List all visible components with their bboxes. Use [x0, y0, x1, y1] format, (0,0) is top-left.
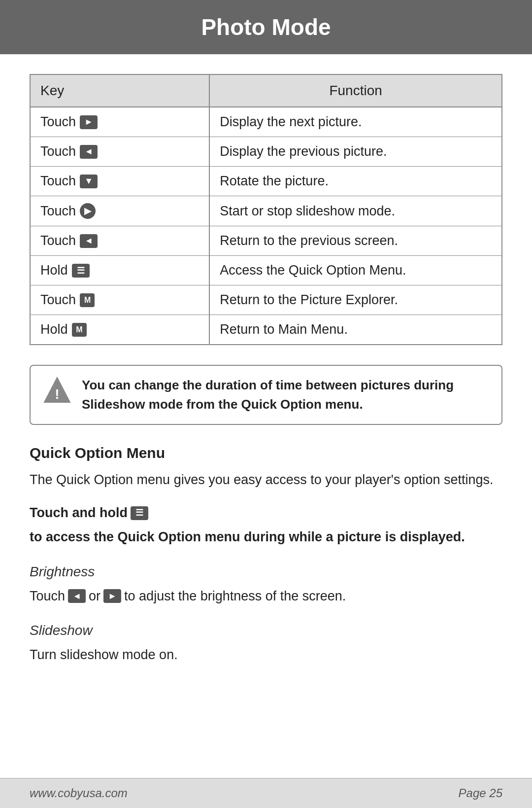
svg-text:!: !: [55, 386, 59, 402]
brightness-instruction: Touch ◄ or ► to adjust the brightness of…: [30, 586, 502, 607]
brightness-touch-label: Touch: [30, 586, 65, 607]
table-cell-key: Hold ☰: [31, 256, 209, 285]
slideshow-icon: ▶: [80, 203, 96, 219]
table-row: Touch M Return to the Picture Explorer.: [31, 285, 501, 315]
table-row: Touch ◄ Display the previous picture.: [31, 137, 501, 167]
warning-icon: !: [42, 376, 72, 405]
touch-label: Touch: [40, 233, 76, 248]
instruction-before: Touch and hold: [30, 502, 128, 524]
touch-label: Touch: [40, 114, 76, 130]
back-icon: ◄: [80, 234, 98, 248]
page-title: Photo Mode: [201, 14, 331, 40]
warning-text: You can change the duration of time betw…: [82, 376, 490, 414]
table-cell-function: Return to the previous screen.: [209, 226, 501, 256]
table-cell-key: Touch ►: [31, 107, 209, 137]
table-row: Hold ☰ Access the Quick Option Menu.: [31, 256, 501, 285]
table-cell-key: Touch ◄: [31, 137, 209, 167]
col-function-header: Function: [209, 75, 501, 107]
next-icon: ►: [80, 115, 98, 129]
m-icon: M: [80, 293, 95, 307]
table-row: Hold M Return to Main Menu.: [31, 315, 501, 345]
table-cell-function: Return to the Picture Explorer.: [209, 285, 501, 315]
brightness-left-icon: ◄: [68, 589, 86, 603]
slideshow-title: Slideshow: [30, 623, 502, 638]
table-cell-function: Rotate the picture.: [209, 167, 501, 196]
touch-label: Touch: [40, 292, 76, 308]
page-header: Photo Mode: [0, 0, 532, 54]
touch-label: Touch: [40, 174, 76, 189]
main-content: Key Function Touch ► Display the next pi…: [0, 54, 532, 778]
table-row: Touch ▶ Start or stop slideshow mode.: [31, 196, 501, 226]
table-cell-function: Display the previous picture.: [209, 137, 501, 167]
table-cell-key: Touch ▼: [31, 167, 209, 196]
brightness-right-icon: ►: [103, 589, 121, 603]
hold-menu-icon-inline: ☰: [131, 506, 148, 520]
table-cell-key: Touch M: [31, 285, 209, 315]
brightness-text-after: to adjust the brightness of the screen.: [124, 586, 346, 607]
hold-label: Hold: [40, 322, 68, 337]
footer-page: Page 25: [459, 786, 502, 800]
table-cell-key: Hold M: [31, 315, 209, 345]
down-icon: ▼: [80, 175, 98, 188]
slideshow-text: Turn slideshow mode on.: [30, 644, 502, 666]
warning-box: ! You can change the duration of time be…: [30, 365, 502, 425]
footer-url: www.cobyusa.com: [30, 786, 128, 800]
quick-option-paragraph: The Quick Option menu gives you easy acc…: [30, 469, 502, 491]
brightness-or-label: or: [89, 586, 100, 607]
table-cell-function: Return to Main Menu.: [209, 315, 501, 345]
m-hold-icon: M: [72, 323, 87, 337]
table-cell-function: Display the next picture.: [209, 107, 501, 137]
menu-icon: ☰: [72, 264, 90, 278]
touch-hold-instruction: Touch and hold ☰ to access the Quick Opt…: [30, 502, 502, 548]
warning-text-bold: You can change the duration of time betw…: [82, 378, 454, 412]
table-cell-function: Access the Quick Option Menu.: [209, 256, 501, 285]
table-row: Touch ► Display the next picture.: [31, 107, 501, 137]
instruction-after: to access the Quick Option menu during w…: [30, 527, 465, 548]
table-row: Touch ◄ Return to the previous screen.: [31, 226, 501, 256]
hold-label: Hold: [40, 263, 68, 278]
table-cell-key: Touch ◄: [31, 226, 209, 256]
touch-label: Touch: [40, 144, 76, 159]
table-row: Touch ▼ Rotate the picture.: [31, 167, 501, 196]
table-cell-key: Touch ▶: [31, 196, 209, 226]
touch-label: Touch: [40, 204, 76, 219]
prev-icon: ◄: [80, 145, 98, 159]
quick-option-title: Quick Option Menu: [30, 445, 502, 461]
page-footer: www.cobyusa.com Page 25: [0, 778, 532, 808]
col-key-header: Key: [31, 75, 209, 107]
key-function-table: Key Function Touch ► Display the next pi…: [30, 74, 502, 345]
table-cell-function: Start or stop slideshow mode.: [209, 196, 501, 226]
brightness-title: Brightness: [30, 564, 502, 580]
